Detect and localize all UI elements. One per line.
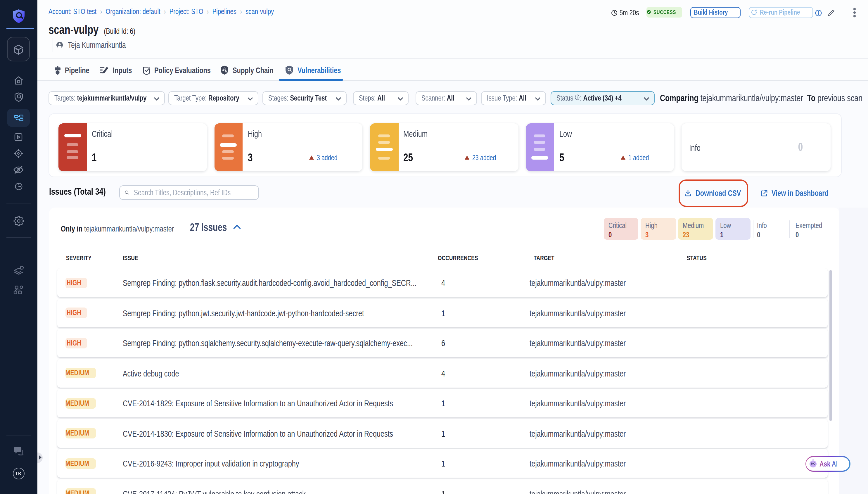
svg-text:?: ? xyxy=(17,447,19,452)
